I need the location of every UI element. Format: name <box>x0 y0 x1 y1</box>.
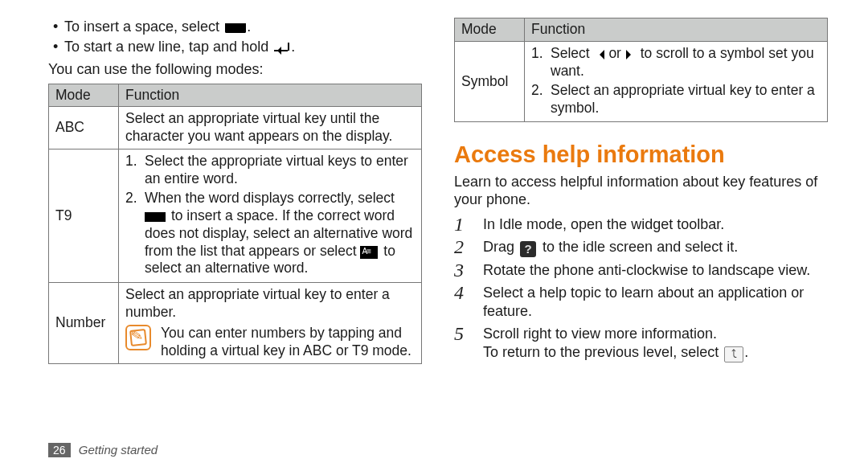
func-abc: Select an appropriate virtual key until … <box>119 107 422 149</box>
mode-abc: ABC <box>49 107 119 149</box>
access-lead: Learn to access helpful information abou… <box>454 173 828 209</box>
intro-list: To insert a space, select . To start a n… <box>51 18 422 55</box>
triangle-right-icon <box>626 50 636 59</box>
page: To insert a space, select . To start a n… <box>0 0 868 471</box>
step-4: Select a help topic to learn about an ap… <box>454 284 828 320</box>
bullet-newline: To start a new line, tap and hold . <box>51 38 422 56</box>
func-number: Select an appropriate virtual key to ent… <box>119 283 422 364</box>
func-t9: Select the appropriate virtual keys to e… <box>119 149 422 283</box>
th-mode: Mode <box>455 18 525 42</box>
th-function: Function <box>119 84 422 107</box>
triangle-left-icon <box>595 50 604 59</box>
modes-table-1: Mode Function ABC Select an appropriate … <box>48 84 422 364</box>
symbol-step-2: Select an appropriate virtual key to ent… <box>531 82 821 117</box>
alt-word-icon <box>360 246 378 259</box>
access-help-heading: Access help information <box>454 140 828 169</box>
mode-symbol: Symbol <box>455 41 525 122</box>
func-symbol: Select or to scroll to a symbol set you … <box>525 41 828 122</box>
step-2: Drag to the idle screen and select it. <box>454 238 828 256</box>
left-column: To insert a space, select . To start a n… <box>48 18 422 457</box>
modes-table-2: Mode Function Symbol Select or to scroll… <box>454 18 828 122</box>
note-row: You can enter numbers by tapping and hol… <box>125 325 415 360</box>
bullet-text: To start a new line, tap and hold <box>64 39 268 55</box>
step-5a: Scroll right to view more information. <box>483 325 828 343</box>
space-key-icon <box>225 23 246 33</box>
step-1: In Idle mode, open the widget toolbar. <box>454 215 828 234</box>
note-text: You can enter numbers by tapping and hol… <box>161 325 415 360</box>
mode-t9: T9 <box>49 149 119 283</box>
note-icon <box>125 325 151 350</box>
step-5b: To return to the previous level, select … <box>483 343 828 362</box>
right-column: Mode Function Symbol Select or to scroll… <box>454 18 828 457</box>
t9-step-1: Select the appropriate virtual keys to e… <box>125 153 415 188</box>
access-steps: In Idle mode, open the widget toolbar. D… <box>454 215 828 362</box>
th-function: Function <box>525 18 828 42</box>
mode-number: Number <box>49 283 119 364</box>
bullet-space: To insert a space, select . <box>51 18 422 36</box>
number-desc: Select an appropriate virtual key to ent… <box>125 286 415 322</box>
modes-lead: You can use the following modes: <box>48 60 422 79</box>
space-key-icon <box>145 212 166 222</box>
symbol-step-1: Select or to scroll to a symbol set you … <box>531 45 821 80</box>
chapter-name: Getting started <box>79 443 158 457</box>
back-level-icon <box>724 346 743 362</box>
step-3: Rotate the phone anti-clockwise to lands… <box>454 261 828 280</box>
bullet-text: To insert a space, select <box>64 18 219 35</box>
enter-key-icon <box>274 43 290 54</box>
page-number: 26 <box>48 443 71 457</box>
step-5: Scroll right to view more information. T… <box>454 325 828 361</box>
th-mode: Mode <box>49 84 119 107</box>
t9-step-2: When the word displays correctly, select… <box>125 190 415 277</box>
page-footer: 26 Getting started <box>48 443 158 458</box>
help-widget-icon <box>520 241 536 257</box>
